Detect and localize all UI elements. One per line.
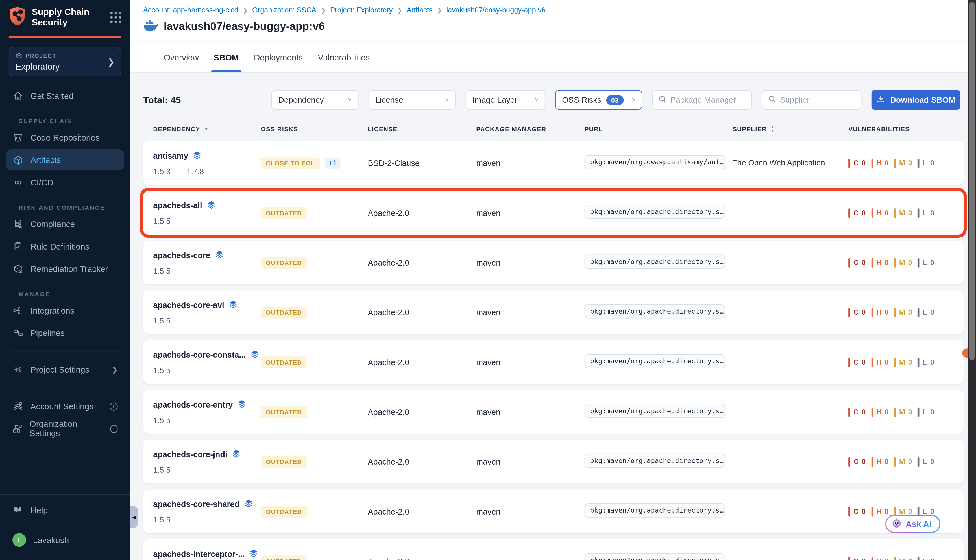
sidebar-collapse-handle[interactable]: ◀: [130, 506, 138, 528]
layers-icon[interactable]: [250, 350, 260, 361]
breadcrumb-account[interactable]: Account: app-harness-ng-cicd: [143, 6, 239, 13]
page-header: Account: app-harness-ng-cicd❯ Organizati…: [130, 0, 976, 42]
sidebar-item-project-settings[interactable]: Project Settings ❯: [6, 359, 124, 380]
col-vulnerabilities: VULNERABILITIES: [848, 126, 947, 132]
sort-desc-icon[interactable]: ▼: [204, 126, 209, 132]
sidebar-item-help[interactable]: ? Help: [6, 500, 124, 521]
supplier-input[interactable]: [780, 95, 856, 105]
package-manager-cell: maven: [476, 208, 585, 217]
sidebar-item-get-started[interactable]: Get Started: [6, 85, 124, 107]
ask-ai-button[interactable]: Ask AI: [885, 515, 940, 533]
tab-sbom[interactable]: SBOM: [206, 42, 246, 72]
layers-icon[interactable]: [244, 499, 253, 510]
layers-icon[interactable]: [237, 399, 247, 410]
layers-icon[interactable]: [193, 150, 202, 162]
breadcrumb-project[interactable]: Project: Exploratory: [330, 6, 392, 13]
sidebar-item-remediation-tracker[interactable]: Remediation Tracker: [6, 258, 124, 280]
table-row[interactable]: apacheds-all 1.5.5 →: [143, 191, 964, 235]
sidebar-item-account-settings[interactable]: Account Settings i: [6, 396, 124, 417]
purl-value: pkg:maven/org.apache.directory.s…: [585, 453, 725, 468]
medium-count: M0: [894, 308, 912, 317]
sidebar-item-artifacts[interactable]: Artifacts: [6, 149, 124, 170]
purl-value: pkg:maven/org.apache.directory.s…: [585, 553, 725, 560]
dependency-filter-select[interactable]: Dependency˅: [271, 90, 359, 110]
layers-icon[interactable]: [207, 200, 216, 212]
doc-search-icon: [12, 218, 24, 230]
breadcrumb-artifact-name[interactable]: lavakush07/easy-buggy-app:v6: [447, 6, 546, 13]
divider: [9, 388, 122, 388]
layers-icon[interactable]: [229, 300, 238, 311]
breadcrumb-artifacts[interactable]: Artifacts: [407, 6, 433, 13]
sidebar: Supply Chain Security PROJECT Explorator…: [0, 0, 130, 560]
sort-both-icon[interactable]: ▲▼: [771, 126, 774, 132]
layers-icon[interactable]: [215, 250, 224, 261]
sidebar-item-cicd[interactable]: ∞ CI/CD: [6, 172, 124, 193]
package-manager-search: [652, 90, 752, 110]
table-header: DEPENDENCY▼ OSS RISKS LICENSE PACKAGE MA…: [143, 126, 964, 132]
scrollbar-track[interactable]: [968, 0, 976, 560]
license-cell: Apache-2.0: [368, 507, 476, 516]
dependency-name: apacheds-core: [153, 251, 210, 260]
dependency-name: apacheds-core-shared: [153, 500, 240, 509]
table-row[interactable]: apacheds-core-jndi 1.5.5 →: [143, 440, 964, 483]
section-manage: MANAGE: [18, 290, 130, 297]
chevron-down-icon: ˅: [445, 97, 449, 103]
oss-risks-filter-select[interactable]: OSS Risks 03 ˅: [555, 90, 642, 110]
table-row[interactable]: apacheds-core-shared 1.5.5 →: [143, 490, 964, 533]
dependency-cell: apacheds-all 1.5.5 →: [153, 200, 261, 225]
user-menu[interactable]: L Lavakush: [6, 530, 124, 551]
tab-overview[interactable]: Overview: [156, 42, 206, 72]
scrollbar-thumb[interactable]: [969, 2, 975, 360]
low-count: L0: [918, 457, 934, 466]
package-manager-cell: maven: [476, 457, 585, 466]
layers-icon[interactable]: [249, 548, 259, 560]
sidebar-item-code-repositories[interactable]: Code Repositories: [6, 127, 124, 148]
dependency-name: apacheds-core-entry: [153, 400, 233, 409]
purl-cell: pkg:maven/org.apache.directory.s…: [585, 204, 733, 221]
high-count: H0: [871, 557, 888, 560]
cube-icon: [12, 154, 24, 166]
download-sbom-button[interactable]: Download SBOM: [871, 90, 961, 110]
sidebar-item-rule-definitions[interactable]: Rule Definitions: [6, 236, 124, 257]
chevron-right-icon: ❯: [108, 57, 115, 66]
table-row[interactable]: antisamy 1.5.3 → 1.7.8: [143, 141, 964, 185]
purl-cell: pkg:maven/org.apache.directory.s…: [585, 354, 733, 371]
table-row[interactable]: apacheds-core-avl 1.5.5 →: [143, 290, 964, 334]
package-manager-cell: maven: [476, 557, 585, 560]
table-row[interactable]: apacheds-core-consta... 1.5.5 →: [143, 340, 964, 384]
purl-cell: pkg:maven/org.apache.directory.s…: [585, 254, 733, 271]
layers-icon[interactable]: [232, 449, 241, 460]
upgrade-arrow-icon: →: [175, 167, 182, 176]
purl-value: pkg:maven/org.owasp.antisamy/ant…: [585, 155, 725, 169]
license-filter-select[interactable]: License˅: [369, 90, 456, 110]
tab-vulnerabilities[interactable]: Vulnerabilities: [310, 42, 377, 72]
module-grid-icon[interactable]: [110, 12, 122, 23]
vulnerabilities-cell: C0 H0 M0 L0: [848, 158, 947, 168]
project-selector[interactable]: PROJECT Exploratory ❯: [9, 47, 122, 77]
image-layer-filter-select[interactable]: Image Layer˅: [466, 90, 546, 110]
sidebar-footer: ? Help L Lavakush: [0, 494, 130, 560]
oss-risks-cell: OUTDATED: [261, 257, 368, 268]
table-row[interactable]: apacheds-core-entry 1.5.5 →: [143, 390, 964, 433]
sidebar-item-pipelines[interactable]: Pipelines: [6, 322, 124, 343]
more-risks-chip[interactable]: +1: [325, 158, 340, 169]
risk-badge: CLOSE TO EOL: [261, 157, 320, 169]
project-label: PROJECT: [15, 52, 108, 60]
pipeline-icon: [12, 327, 24, 338]
high-count: H0: [871, 357, 888, 367]
oss-risks-cell: OUTDATED: [261, 555, 368, 560]
table-row[interactable]: apacheds-core 1.5.5 →: [143, 241, 964, 284]
sidebar-item-organization-settings[interactable]: Organization Settings i: [6, 418, 124, 439]
breadcrumb-organization[interactable]: Organization: SSCA: [252, 6, 316, 13]
oss-risks-cell: OUTDATED: [261, 505, 368, 517]
supplier-search: [762, 90, 862, 110]
sidebar-item-compliance[interactable]: Compliance: [6, 213, 124, 235]
package-manager-input[interactable]: [671, 95, 746, 105]
table-row[interactable]: apacheds-interceptor-... 1.5.5 →: [143, 539, 964, 560]
info-icon[interactable]: i: [110, 402, 118, 410]
info-icon[interactable]: i: [110, 425, 118, 433]
sidebar-item-integrations[interactable]: Integrations: [6, 300, 124, 321]
accent-divider: [9, 36, 122, 38]
share-icon: [12, 305, 24, 316]
tab-deployments[interactable]: Deployments: [246, 42, 310, 72]
